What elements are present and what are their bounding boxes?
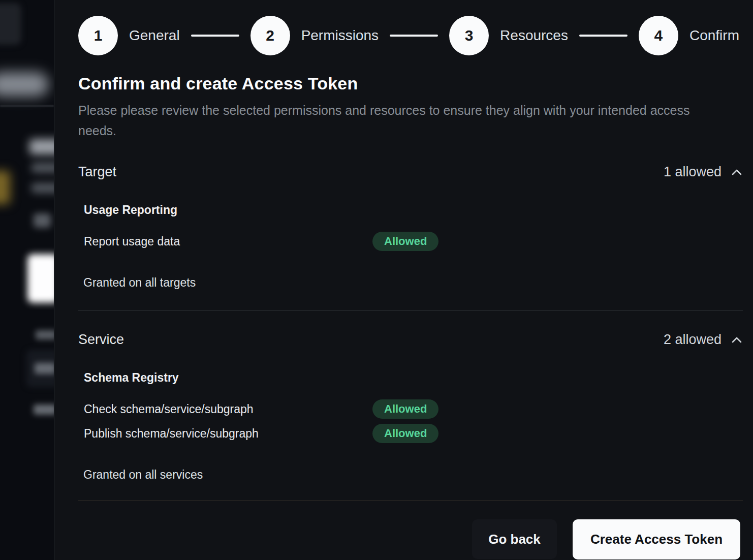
step-general[interactable]: 1 General (78, 16, 180, 55)
section-service: Service 2 allowed Schema Registry Check … (78, 332, 743, 501)
step-number-circle: 1 (78, 16, 118, 55)
permission-group-usage-reporting: Usage Reporting Report usage data Allowe… (78, 203, 743, 254)
blurred-white-panel (27, 254, 54, 303)
section-target: Target 1 allowed Usage Reporting Report … (78, 164, 743, 310)
permission-rows: Report usage data Allowed (84, 229, 743, 254)
step-label: Confirm (689, 27, 739, 44)
section-allowed-count: 1 allowed (664, 164, 743, 180)
allowed-count-label: 2 allowed (664, 332, 721, 348)
step-number-circle: 4 (639, 16, 678, 55)
blurred-heading-text (29, 139, 54, 154)
permission-label: Publish schema/service/subgraph (84, 427, 372, 441)
step-number-circle: 2 (250, 16, 290, 55)
permission-row: Check schema/service/subgraph Allowed (84, 397, 743, 421)
blurred-label-text (34, 405, 54, 415)
granted-note: Granted on all targets (78, 276, 743, 290)
status-badge-allowed: Allowed (372, 399, 438, 419)
section-divider (78, 310, 743, 310)
blurred-body-text (32, 183, 54, 193)
create-access-token-button[interactable]: Create Access Token (573, 519, 740, 559)
chevron-up-icon[interactable] (731, 336, 743, 344)
permission-group-title: Usage Reporting (84, 203, 743, 217)
allowed-count-label: 1 allowed (664, 164, 721, 180)
blurred-card (0, 3, 21, 45)
step-connector-line (191, 35, 239, 37)
permission-rows: Check schema/service/subgraph Allowed Pu… (84, 397, 743, 446)
step-number-circle: 3 (449, 16, 489, 55)
status-badge-allowed: Allowed (372, 232, 438, 251)
blurred-accent-shape (0, 171, 10, 204)
page-description: Please please review the selected permis… (78, 101, 703, 141)
permission-group-title: Schema Registry (84, 371, 743, 385)
blurred-background-sidebar (0, 0, 54, 560)
step-resources[interactable]: 3 Resources (449, 16, 568, 55)
blurred-body-text (32, 163, 54, 173)
create-access-token-modal: 1 General 2 Permissions 3 Resources 4 Co… (54, 0, 753, 560)
blurred-icon (34, 213, 51, 228)
section-title: Target (78, 164, 116, 180)
permission-label: Check schema/service/subgraph (84, 402, 372, 416)
step-connector-line (390, 35, 438, 37)
footer-divider (78, 501, 743, 501)
permission-group-schema-registry: Schema Registry Check schema/service/sub… (78, 371, 743, 446)
modal-footer: Go back Create Access Token (78, 519, 743, 559)
step-permissions[interactable]: 2 Permissions (250, 16, 379, 55)
permission-row: Report usage data Allowed (84, 229, 743, 254)
blurred-label-text (36, 330, 54, 339)
chevron-up-icon[interactable] (731, 168, 743, 176)
go-back-button[interactable]: Go back (472, 519, 557, 559)
permission-label: Report usage data (84, 235, 372, 248)
blurred-nav-item (0, 72, 49, 97)
section-service-header[interactable]: Service 2 allowed (78, 332, 743, 348)
blurred-divider (0, 105, 54, 107)
section-target-header[interactable]: Target 1 allowed (78, 164, 743, 180)
step-label: General (129, 27, 180, 44)
wizard-stepper: 1 General 2 Permissions 3 Resources 4 Co… (78, 16, 743, 55)
blurred-label-text (35, 363, 54, 374)
granted-note: Granted on all services (78, 468, 743, 482)
step-label: Resources (500, 27, 568, 44)
step-confirm[interactable]: 4 Confirm (639, 16, 739, 55)
section-title: Service (78, 332, 124, 348)
step-connector-line (579, 35, 628, 37)
section-allowed-count: 2 allowed (664, 332, 743, 348)
permission-row: Publish schema/service/subgraph Allowed (84, 421, 743, 446)
page-title: Confirm and create Access Token (78, 74, 743, 94)
step-label: Permissions (301, 27, 379, 44)
status-badge-allowed: Allowed (372, 424, 438, 443)
